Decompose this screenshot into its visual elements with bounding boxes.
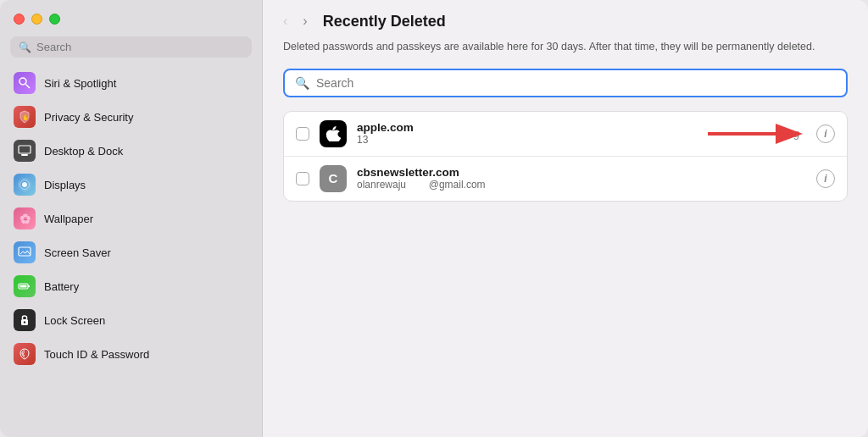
- sidebar-item-privacy-security[interactable]: ✋ Privacy & Security: [5, 100, 257, 134]
- svg-rect-11: [28, 285, 30, 287]
- sidebar-item-label: Displays: [44, 179, 86, 191]
- sidebar-item-label: Touch ID & Password: [44, 348, 149, 361]
- wallpaper-icon: 🌸: [14, 207, 36, 230]
- svg-text:🌸: 🌸: [19, 213, 31, 224]
- sidebar-item-screen-saver[interactable]: Screen Saver: [5, 235, 257, 269]
- main-search-input[interactable]: [316, 76, 836, 90]
- cbs-icon: C: [320, 165, 347, 192]
- sidebar-item-label: Battery: [44, 280, 79, 293]
- sidebar-item-battery[interactable]: Battery: [5, 269, 257, 303]
- sidebar-item-label: Wallpaper: [44, 213, 93, 225]
- svg-point-14: [24, 321, 25, 323]
- svg-point-0: [19, 78, 26, 85]
- apple-info-button[interactable]: i: [816, 124, 835, 143]
- passwords-list: apple.com 13 g i C cbsnewsle: [283, 111, 848, 202]
- sidebar-item-label: Screen Saver: [44, 246, 111, 259]
- cbs-sub: olanrewaju @gmail.com: [357, 179, 806, 191]
- cbs-info-button[interactable]: i: [816, 169, 835, 188]
- search-container: 🔍: [283, 69, 848, 97]
- page-title: Recently Deleted: [323, 13, 446, 30]
- sidebar-item-lock-screen[interactable]: Lock Screen: [5, 303, 257, 337]
- search-icon: 🔍: [19, 41, 31, 53]
- sidebar-item-wallpaper[interactable]: 🌸 Wallpaper: [5, 202, 257, 235]
- maximize-button[interactable]: [49, 14, 60, 25]
- svg-text:✋: ✋: [22, 113, 30, 121]
- sidebar-item-displays[interactable]: Displays: [5, 168, 257, 202]
- main-search-icon: 🔍: [295, 76, 309, 90]
- lock-screen-icon: [14, 309, 36, 331]
- sidebar-item-desktop-dock[interactable]: Desktop & Dock: [5, 134, 257, 168]
- sidebar-item-siri-spotlight[interactable]: Siri & Spotlight: [5, 66, 257, 100]
- close-button[interactable]: [14, 14, 25, 25]
- back-button[interactable]: ‹: [280, 12, 291, 30]
- main-content: ‹ › Recently Deleted Deleted passwords a…: [263, 0, 868, 437]
- table-row: apple.com 13 g i: [284, 112, 847, 156]
- sidebar-item-touch-id[interactable]: Touch ID & Password: [5, 337, 257, 371]
- sidebar-item-label: Siri & Spotlight: [44, 77, 116, 90]
- sidebar: 🔍 Siri & Spotlight ✋ Privacy & Security: [0, 0, 263, 437]
- screen-saver-icon: [14, 241, 36, 263]
- sidebar-search[interactable]: 🔍: [10, 36, 252, 58]
- svg-rect-3: [19, 146, 31, 153]
- apple-icon: [320, 120, 347, 147]
- sidebar-search-input[interactable]: [36, 41, 243, 53]
- svg-point-5: [22, 182, 27, 187]
- desktop-dock-icon: [14, 140, 36, 162]
- sidebar-item-label: Privacy & Security: [44, 111, 133, 124]
- touch-id-icon: [14, 343, 36, 365]
- privacy-security-icon: ✋: [14, 106, 36, 128]
- apple-checkbox[interactable]: [296, 127, 309, 141]
- sidebar-item-label: Lock Screen: [44, 314, 105, 327]
- cbs-details: cbsnewsletter.com olanrewaju @gmail.com: [357, 166, 806, 191]
- svg-rect-9: [19, 247, 31, 256]
- cbs-domain: cbsnewsletter.com: [357, 166, 806, 179]
- displays-icon: [14, 174, 36, 196]
- forward-button[interactable]: ›: [299, 12, 310, 30]
- minimize-button[interactable]: [31, 14, 42, 25]
- svg-line-1: [26, 85, 31, 89]
- window-controls: [0, 0, 262, 33]
- svg-rect-4: [21, 154, 28, 156]
- sidebar-item-label: Desktop & Dock: [44, 145, 123, 158]
- siri-spotlight-icon: [14, 72, 36, 94]
- cbs-checkbox[interactable]: [296, 172, 309, 185]
- red-arrow: [708, 121, 810, 147]
- description-text: Deleted passwords and passkeys are avail…: [263, 39, 868, 69]
- svg-rect-12: [20, 285, 27, 288]
- table-row: C cbsnewsletter.com olanrewaju @gmail.co…: [284, 156, 847, 201]
- topbar: ‹ › Recently Deleted: [263, 0, 868, 39]
- main-search-bar[interactable]: 🔍: [283, 69, 848, 97]
- battery-icon: [14, 275, 36, 297]
- sidebar-list: Siri & Spotlight ✋ Privacy & Security De…: [0, 66, 262, 437]
